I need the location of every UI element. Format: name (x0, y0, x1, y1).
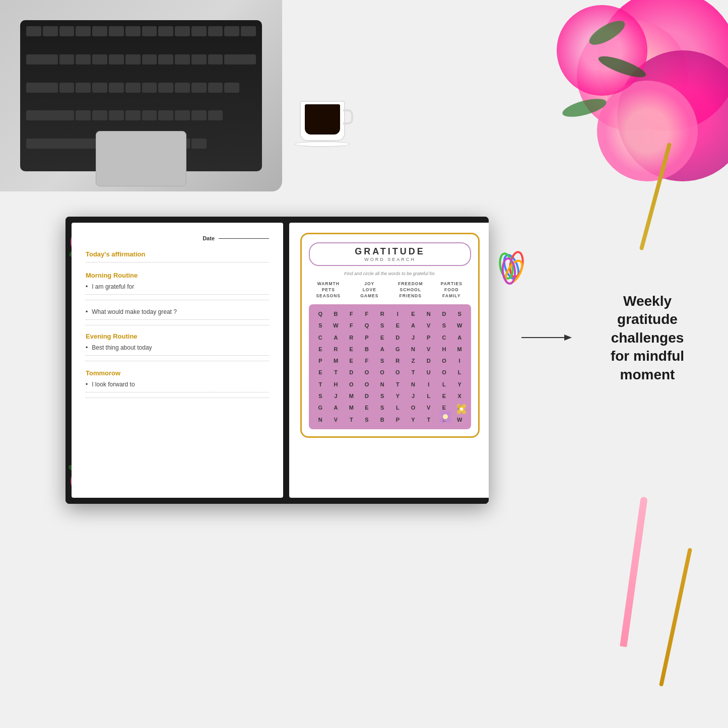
challenges-label: challenges (611, 330, 684, 346)
word-seasons: SEASONS (309, 293, 348, 298)
ws-cell-6-9: Y (452, 379, 467, 390)
weekly-label: Weekly (623, 293, 672, 309)
ws-cell-6-8: L (437, 379, 452, 390)
ws-cell-7-5: Y (390, 390, 406, 402)
ws-cell-3-9: M (452, 344, 467, 355)
ws-cell-6-7: I (421, 379, 436, 390)
word-school: SCHOOL (391, 287, 430, 292)
ws-cell-4-8: O (437, 355, 452, 366)
ws-cell-5-4: O (375, 367, 390, 378)
ws-cell-0-4: R (375, 308, 390, 319)
word-food: FOOD (432, 287, 472, 292)
ws-cell-1-9: W (452, 320, 467, 331)
ws-cell-1-4: S (375, 320, 390, 331)
weekly-challenge-text: Weekly gratitude challenges for mindful … (592, 292, 703, 384)
word-search-title: GRATITUDE (320, 246, 460, 257)
ws-cell-5-9: L (452, 367, 467, 378)
ws-cell-8-5: L (390, 402, 406, 413)
ws-cell-4-3: F (359, 355, 374, 366)
svg-point-12 (457, 404, 461, 408)
word-friends: FRIENDS (391, 293, 430, 298)
word-games: GAMES (350, 293, 389, 298)
ws-cell-3-0: E (313, 344, 328, 355)
ws-cell-1-0: S (313, 320, 328, 331)
ws-cell-1-7: V (421, 320, 436, 331)
evening-title: Evening Routine (86, 333, 269, 340)
ws-cell-9-1: V (328, 414, 344, 425)
ws-cell-5-0: E (313, 367, 328, 378)
date-line: Date (86, 235, 269, 241)
ws-cell-8-1: A (328, 402, 344, 413)
svg-point-13 (462, 404, 466, 408)
ws-cell-2-6: J (406, 332, 421, 343)
svg-point-10 (443, 414, 448, 419)
morning-item-2: • What would make today great ? (86, 308, 269, 315)
svg-point-15 (462, 410, 466, 414)
svg-point-14 (457, 410, 461, 414)
ws-cell-4-5: R (390, 355, 406, 366)
ws-cell-9-6: Y (406, 414, 421, 425)
journal-right-page: GRATITUDE WORD SEARCH Find and circle al… (289, 223, 489, 498)
svg-point-16 (460, 408, 463, 411)
ws-cell-4-4: S (375, 355, 390, 366)
ws-cell-5-7: U (421, 367, 436, 378)
ws-cell-3-1: R (328, 344, 344, 355)
ws-cell-0-7: N (421, 308, 436, 319)
ws-cell-6-4: N (375, 379, 390, 390)
ws-cell-1-1: W (328, 320, 344, 331)
ws-cell-6-0: T (313, 379, 328, 390)
gratitude-label: gratitude (617, 311, 678, 327)
ws-cell-5-5: O (390, 367, 406, 378)
ws-cell-6-3: O (359, 379, 374, 390)
ws-cell-5-2: D (344, 367, 359, 378)
word-search-instruction: Find and circle all the words to be grat… (309, 271, 471, 276)
journal-left-page: Date Today's affirmation Morning Routine… (72, 223, 283, 498)
journal: Date Today's affirmation Morning Routine… (65, 217, 489, 504)
word-pets: PETS (309, 287, 348, 292)
ws-cell-4-0: P (313, 355, 328, 366)
ws-cell-2-0: C (313, 332, 328, 343)
ws-cell-8-6: O (406, 402, 421, 413)
ws-cell-3-8: H (437, 344, 452, 355)
ws-cell-5-3: O (359, 367, 374, 378)
ws-cell-3-5: G (390, 344, 406, 355)
ws-cell-7-2: M (344, 390, 359, 402)
evening-item-1: • Best thing about today (86, 344, 269, 351)
ws-cell-1-5: E (390, 320, 406, 331)
ws-cell-3-2: E (344, 344, 359, 355)
ws-cell-2-8: C (437, 332, 452, 343)
ws-cell-9-4: B (375, 414, 390, 425)
ws-cell-8-4: S (375, 402, 390, 413)
ws-cell-6-6: N (406, 379, 421, 390)
flowers-decoration (476, 0, 728, 202)
ws-cell-9-7: T (421, 414, 436, 425)
ws-cell-7-0: S (313, 390, 328, 402)
ws-cell-0-1: B (328, 308, 344, 319)
ws-cell-0-8: D (437, 308, 452, 319)
ws-cell-4-2: E (344, 355, 359, 366)
word-family: FAMILY (432, 293, 472, 298)
ws-cell-1-8: S (437, 320, 452, 331)
word-parties: PARTIES (432, 281, 472, 286)
ws-cell-7-3: D (359, 390, 374, 402)
ws-cell-2-7: P (421, 332, 436, 343)
ws-cell-1-6: A (406, 320, 421, 331)
tomorrow-item-1: • I look forward to (86, 381, 269, 388)
ws-cell-0-2: F (344, 308, 359, 319)
ws-cell-3-3: B (359, 344, 374, 355)
ws-cell-4-7: D (421, 355, 436, 366)
trackpad (96, 131, 186, 186)
tomorrow-title: Tommorow (86, 369, 269, 377)
word-warmth: WARMTH (309, 281, 348, 286)
laptop (0, 0, 282, 191)
ws-cell-6-5: T (390, 379, 406, 390)
ws-cell-1-2: F (344, 320, 359, 331)
ws-cell-5-1: T (328, 367, 344, 378)
ws-cell-2-1: A (328, 332, 344, 343)
ws-cell-2-9: A (452, 332, 467, 343)
ws-cell-0-6: E (406, 308, 421, 319)
ws-cell-0-0: Q (313, 308, 328, 319)
ws-cell-0-3: F (359, 308, 374, 319)
ws-cell-5-8: O (437, 367, 452, 378)
ws-cell-3-4: A (375, 344, 390, 355)
